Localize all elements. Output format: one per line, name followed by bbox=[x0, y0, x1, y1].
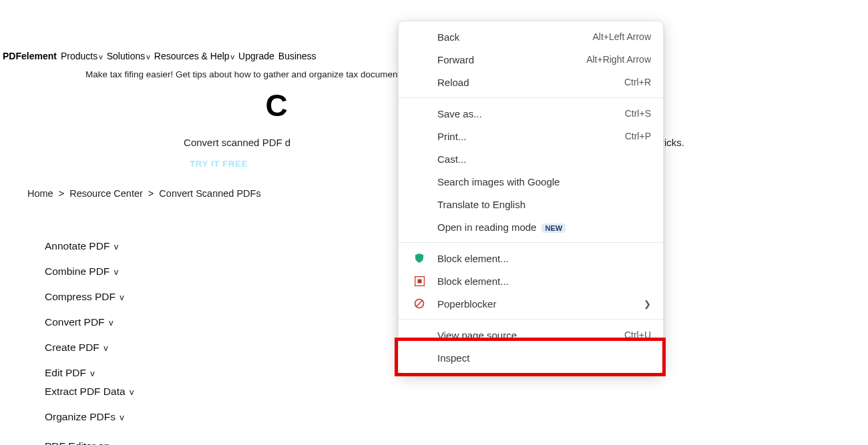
sidebar-nav: Annotate PDF v Combine PDF v Compress PD… bbox=[45, 240, 134, 445]
nav-resources[interactable]: Resources & Help v bbox=[154, 51, 234, 61]
ctx-block-element-1[interactable]: Block element... bbox=[399, 247, 663, 270]
shield-icon bbox=[413, 252, 425, 264]
breadcrumb-resource-center[interactable]: Resource Center bbox=[69, 188, 143, 199]
chevron-right-icon: ❯ bbox=[644, 299, 651, 309]
block-square-icon bbox=[413, 275, 425, 287]
ctx-print[interactable]: Print...Ctrl+P bbox=[399, 125, 663, 147]
breadcrumb-current: Convert Scanned PDFs bbox=[159, 188, 260, 199]
ctx-search-images[interactable]: Search images with Google bbox=[399, 170, 663, 193]
ctx-reload[interactable]: ReloadCtrl+R bbox=[399, 71, 663, 93]
chevron-down-icon: v bbox=[103, 343, 108, 353]
sidebar-item-compress[interactable]: Compress PDF v bbox=[45, 291, 134, 303]
chevron-down-icon: v bbox=[99, 53, 103, 61]
ctx-reading-mode[interactable]: Open in reading modeNEW bbox=[399, 215, 663, 238]
sidebar-item-organize[interactable]: Organize PDFs v bbox=[45, 411, 134, 423]
sidebar-item-edit[interactable]: Edit PDF v bbox=[45, 367, 134, 379]
ctx-view-source[interactable]: View page sourceCtrl+U bbox=[399, 324, 663, 346]
try-free-button[interactable]: TRY IT FREE bbox=[190, 159, 248, 169]
ctx-translate[interactable]: Translate to English bbox=[399, 193, 663, 215]
sidebar-item-create[interactable]: Create PDF v bbox=[45, 342, 134, 354]
chevron-down-icon: v bbox=[114, 267, 119, 277]
ctx-save-as[interactable]: Save as...Ctrl+S bbox=[399, 102, 663, 125]
sidebar-item-editor-on[interactable]: PDF Editor on bbox=[45, 440, 134, 445]
sidebar-item-convert[interactable]: Convert PDF v bbox=[45, 316, 134, 328]
chevron-down-icon: v bbox=[120, 412, 124, 422]
nav-solutions[interactable]: Solutions v bbox=[107, 51, 150, 61]
sidebar-item-annotate[interactable]: Annotate PDF v bbox=[45, 240, 134, 252]
chevron-down-icon: v bbox=[146, 53, 150, 61]
block-circle-icon bbox=[413, 298, 425, 310]
nav-upgrade[interactable]: Upgrade bbox=[238, 51, 274, 61]
chevron-down-icon: v bbox=[130, 387, 134, 397]
sidebar-item-extract[interactable]: Extract PDF Data v bbox=[45, 386, 134, 398]
brand-logo[interactable]: PDFelement bbox=[3, 51, 57, 61]
separator bbox=[399, 97, 663, 98]
separator bbox=[399, 242, 663, 243]
breadcrumb-home[interactable]: Home bbox=[27, 188, 53, 199]
nav-business[interactable]: Business bbox=[278, 51, 316, 61]
svg-rect-1 bbox=[417, 279, 421, 283]
ctx-block-element-2[interactable]: Block element... bbox=[399, 270, 663, 292]
new-badge: NEW bbox=[541, 224, 566, 233]
chevron-down-icon: v bbox=[231, 53, 235, 61]
sidebar-item-combine[interactable]: Combine PDF v bbox=[45, 266, 134, 278]
ctx-inspect[interactable]: Inspect bbox=[399, 346, 663, 369]
chevron-down-icon: v bbox=[90, 368, 95, 378]
ctx-forward[interactable]: ForwardAlt+Right Arrow bbox=[399, 48, 663, 71]
nav-products[interactable]: Products v bbox=[61, 51, 103, 61]
breadcrumb: Home > Resource Center > Convert Scanned… bbox=[26, 188, 262, 199]
separator bbox=[399, 319, 663, 320]
chevron-down-icon: v bbox=[114, 242, 119, 252]
context-menu: BackAlt+Left Arrow ForwardAlt+Right Arro… bbox=[398, 21, 664, 374]
chevron-down-icon: v bbox=[109, 318, 114, 328]
ctx-cast[interactable]: Cast... bbox=[399, 147, 663, 170]
top-nav: PDFelement Products v Solutions v Resour… bbox=[3, 51, 316, 61]
ctx-back[interactable]: BackAlt+Left Arrow bbox=[399, 25, 663, 48]
chevron-down-icon: v bbox=[120, 292, 124, 302]
ctx-poperblocker[interactable]: Poperblocker ❯ bbox=[399, 292, 663, 315]
svg-line-3 bbox=[417, 301, 423, 307]
